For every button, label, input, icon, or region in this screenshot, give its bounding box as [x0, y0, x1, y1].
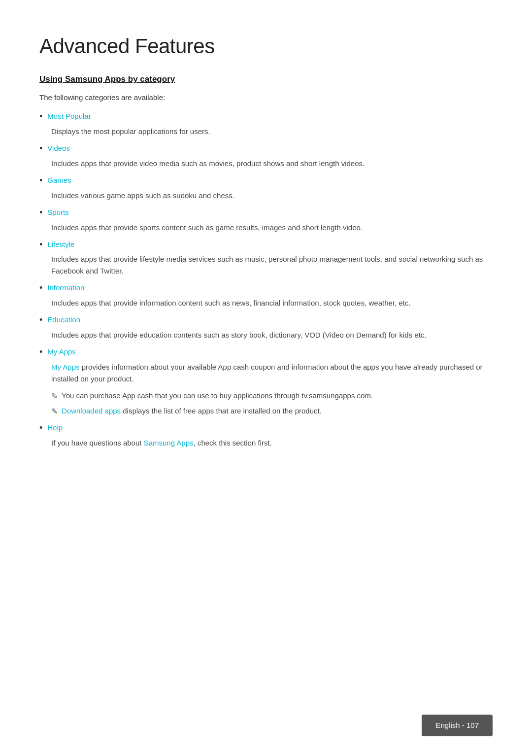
- category-desc-games: Includes various game apps such as sudok…: [51, 190, 493, 202]
- page-title: Advanced Features: [39, 30, 493, 63]
- list-item: • Most Popular Displays the most popular…: [39, 110, 493, 137]
- note-row-1: ✎ You can purchase App cash that you can…: [51, 390, 493, 403]
- list-item: • Games Includes various game apps such …: [39, 174, 493, 202]
- downloaded-apps-link[interactable]: Downloaded apps: [62, 407, 121, 415]
- intro-text: The following categories are available:: [39, 92, 493, 103]
- category-desc-most-popular: Displays the most popular applications f…: [51, 126, 493, 137]
- my-apps-inline-link[interactable]: My Apps: [51, 363, 80, 371]
- note-icon-2: ✎: [51, 405, 58, 418]
- note-icon-1: ✎: [51, 390, 58, 403]
- category-desc-lifestyle: Includes apps that provide lifestyle med…: [51, 253, 493, 277]
- section-heading: Using Samsung Apps by category: [39, 72, 493, 86]
- list-item: • Sports Includes apps that provide spor…: [39, 206, 493, 234]
- category-link-lifestyle[interactable]: Lifestyle: [47, 239, 74, 250]
- category-link-education[interactable]: Education: [47, 314, 80, 326]
- category-link-videos[interactable]: Videos: [47, 142, 70, 154]
- list-item: • Education Includes apps that provide e…: [39, 314, 493, 341]
- bullet-icon: •: [39, 206, 42, 220]
- bullet-icon: •: [39, 173, 42, 188]
- list-item: • My Apps My Apps provides information a…: [39, 346, 493, 418]
- bullet-icon: •: [39, 109, 42, 124]
- category-desc-education: Includes apps that provide education con…: [51, 329, 493, 341]
- category-link-my-apps[interactable]: My Apps: [47, 346, 76, 358]
- category-desc-help: If you have questions about Samsung Apps…: [51, 437, 493, 449]
- bullet-icon: •: [39, 238, 42, 252]
- bullet-icon: •: [39, 345, 42, 359]
- category-link-help[interactable]: Help: [47, 422, 63, 434]
- category-link-most-popular[interactable]: Most Popular: [47, 110, 91, 122]
- footer-page-number: English - 107: [422, 715, 493, 736]
- category-list: • Most Popular Displays the most popular…: [39, 110, 493, 448]
- category-desc-my-apps: My Apps provides information about your …: [51, 361, 493, 385]
- category-desc-information: Includes apps that provide information c…: [51, 297, 493, 309]
- category-desc-sports: Includes apps that provide sports conten…: [51, 222, 493, 234]
- bullet-icon: •: [39, 421, 42, 435]
- samsung-apps-link[interactable]: Samsung Apps: [144, 439, 194, 447]
- bullet-icon: •: [39, 313, 42, 327]
- category-desc-videos: Includes apps that provide video media s…: [51, 158, 493, 170]
- category-link-games[interactable]: Games: [47, 174, 71, 186]
- list-item: • Videos Includes apps that provide vide…: [39, 142, 493, 170]
- note-text-1: You can purchase App cash that you can u…: [62, 390, 373, 402]
- note-row-2: ✎ Downloaded apps displays the list of f…: [51, 405, 493, 418]
- category-link-information[interactable]: Information: [47, 282, 84, 294]
- list-item: • Help If you have questions about Samsu…: [39, 422, 493, 449]
- category-link-sports[interactable]: Sports: [47, 206, 68, 218]
- bullet-icon: •: [39, 141, 42, 156]
- bullet-icon: •: [39, 281, 42, 295]
- note-text-2: Downloaded apps displays the list of fre…: [62, 405, 322, 417]
- list-item: • Lifestyle Includes apps that provide l…: [39, 239, 493, 277]
- list-item: • Information Includes apps that provide…: [39, 282, 493, 309]
